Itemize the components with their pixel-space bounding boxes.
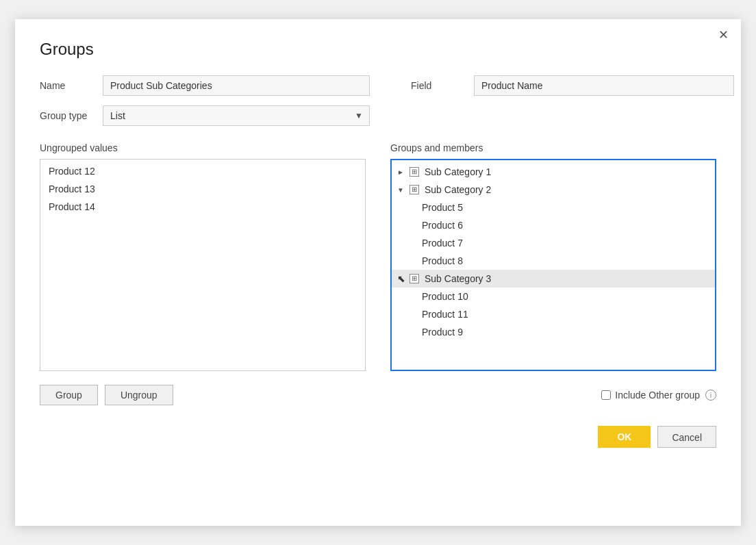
list-item[interactable]: Product 12 [40, 162, 365, 180]
group-header-cat3[interactable]: ⬉ ⊞ Sub Category 3 [392, 270, 715, 288]
include-other-text: Include Other group [615, 390, 700, 401]
groups-title: Groups and members [390, 142, 716, 153]
group-type-label: Group type [40, 110, 94, 121]
field-row: Field [411, 75, 734, 96]
group-header-cat1[interactable]: ► ⊞ Sub Category 1 [392, 163, 715, 181]
include-other-label[interactable]: Include Other group i [601, 390, 716, 401]
name-input[interactable] [103, 75, 370, 96]
groups-list[interactable]: ► ⊞ Sub Category 1 ▼ ⊞ Sub Category 2 Pr… [390, 159, 716, 371]
left-form: Name Group type List Bin ▼ [40, 75, 370, 126]
groups-section: Groups and members ► ⊞ Sub Category 1 ▼ … [390, 142, 716, 371]
expand-arrow-icon: ► [397, 168, 405, 176]
list-item[interactable]: Product 13 [40, 180, 365, 198]
list-item[interactable]: Product 10 [392, 288, 715, 305]
ungrouped-list[interactable]: Product 12 Product 13 Product 14 [40, 159, 366, 371]
action-buttons: OK Cancel [40, 426, 716, 448]
group-header-cat2[interactable]: ▼ ⊞ Sub Category 2 [392, 181, 715, 199]
table-icon: ⊞ [410, 167, 419, 177]
list-item[interactable]: Product 7 [392, 234, 715, 252]
cursor-icon: ⬉ [397, 273, 405, 284]
ungrouped-title: Ungrouped values [40, 142, 366, 153]
group-label: Sub Category 2 [425, 184, 491, 195]
ok-button[interactable]: OK [598, 426, 651, 448]
group-type-select-wrapper: List Bin ▼ [103, 105, 370, 126]
name-label: Name [40, 80, 94, 91]
ungroup-button[interactable]: Ungroup [105, 385, 173, 405]
group-label: Sub Category 1 [425, 166, 491, 177]
list-item[interactable]: Product 6 [392, 216, 715, 234]
name-row: Name [40, 75, 370, 96]
table-icon: ⊞ [410, 185, 419, 194]
list-item[interactable]: Product 11 [392, 305, 715, 323]
list-item[interactable]: Product 5 [392, 199, 715, 216]
table-icon: ⊞ [410, 274, 419, 283]
list-item[interactable]: Product 8 [392, 252, 715, 270]
list-item[interactable]: Product 9 [392, 323, 715, 341]
lists-container: Ungrouped values Product 12 Product 13 P… [40, 142, 716, 371]
group-button[interactable]: Group [40, 385, 98, 405]
field-input[interactable] [474, 75, 734, 96]
group-label: Sub Category 3 [425, 273, 491, 284]
cancel-button[interactable]: Cancel [657, 426, 716, 448]
info-icon[interactable]: i [705, 390, 716, 401]
groups-dialog: ✕ Groups Name Group type List Bin ▼ [15, 19, 741, 526]
group-type-row: Group type List Bin ▼ [40, 105, 370, 126]
group-type-select[interactable]: List Bin [103, 105, 370, 126]
form-fields: Name Group type List Bin ▼ Field [40, 75, 716, 126]
list-item[interactable]: Product 14 [40, 198, 365, 216]
dialog-title: Groups [40, 40, 716, 59]
right-controls: Include Other group i [601, 390, 716, 401]
include-other-checkbox[interactable] [601, 390, 611, 400]
field-label: Field [411, 80, 466, 91]
expand-arrow-icon: ▼ [397, 186, 405, 194]
bottom-row: Group Ungroup Include Other group i [40, 385, 716, 405]
close-button[interactable]: ✕ [718, 29, 729, 41]
right-form: Field [411, 75, 734, 96]
left-buttons: Group Ungroup [40, 385, 173, 405]
ungrouped-section: Ungrouped values Product 12 Product 13 P… [40, 142, 366, 371]
